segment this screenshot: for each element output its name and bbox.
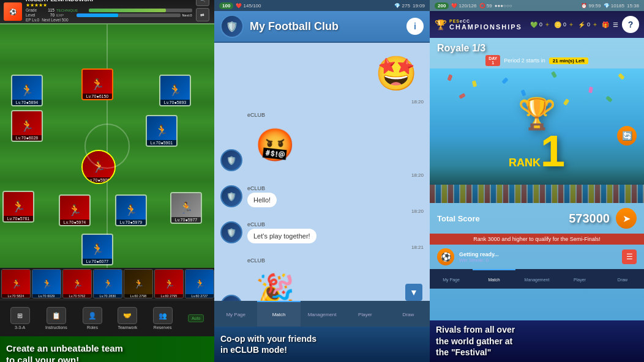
reserves-icon: 👥 xyxy=(153,307,173,324)
bench-player-5[interactable]: 🏃 Lv.60 2798 xyxy=(124,269,153,298)
resource-2-value: 0 xyxy=(563,21,566,28)
player-card-3[interactable]: 🏃 Lv.70●5893 xyxy=(159,75,191,106)
score-arrow-button[interactable]: ➤ xyxy=(616,208,637,229)
tab-match[interactable]: Match xyxy=(257,301,300,327)
field-player-10[interactable]: 🏃 Lv.70●5977 xyxy=(170,192,202,224)
royale-header: Royale 1/3 DAY 1 Period 2 starts in 21 m… xyxy=(430,38,644,68)
champ-status-left: 200 ❤️ 120/126 ⭕ 59 ●●●○○○ xyxy=(435,2,512,9)
player-card-11[interactable]: 🏃 Lv.70●6077 xyxy=(81,234,113,265)
player-card-10[interactable]: 🏃 Lv.70●5977 xyxy=(170,192,202,224)
add-resource-1[interactable]: ＋ xyxy=(544,20,550,29)
teamwork-button[interactable]: 🤝 Teamwork xyxy=(118,307,137,330)
panel-football-club: ⚽ ROBERT LEWANDOWSKI ★★★★★ Grade 115 TEC… xyxy=(0,0,214,362)
player-card-5[interactable]: 🏃 Lv.70●5901 xyxy=(146,115,178,147)
swap-button[interactable]: ⇄ xyxy=(196,8,209,21)
bench-player-6[interactable]: 🏃 Lv.60 2795 xyxy=(154,269,184,298)
bench-player-2[interactable]: 🏃 Lv.70 6029 xyxy=(32,269,61,298)
champ-ep: ⭕ 59 xyxy=(479,3,492,9)
player-card-1[interactable]: 🏃 Lv.70●5894 xyxy=(11,75,43,106)
roles-label: Roles xyxy=(87,325,98,330)
qualify-text: Rank 3000 and higher to qualify for the … xyxy=(473,236,601,242)
champ-status-bar: 200 ❤️ 120/126 ⭕ 59 ●●●○○○ ⏰ 99:59 💎 101… xyxy=(430,0,644,11)
field-player-7[interactable]: 🏃 Lv.70●5761 xyxy=(2,191,34,223)
royale-title: Royale 1/3 xyxy=(437,43,485,54)
field-player-4[interactable]: 🏃 Lv.70●6028 xyxy=(11,110,43,142)
champ-tab-match[interactable]: Match xyxy=(473,269,515,289)
grade-value: 115 xyxy=(45,8,54,12)
player-level-6: Lv.70●5906 xyxy=(83,177,114,183)
player-card-7[interactable]: 🏃 Lv.70●5761 xyxy=(2,191,34,223)
field-player-3[interactable]: 🏃 Lv.70●5893 xyxy=(159,75,191,106)
tab-my-page[interactable]: My Page xyxy=(214,301,257,327)
add-resource-2[interactable]: ＋ xyxy=(568,20,574,29)
champ-info-button[interactable]: ? xyxy=(622,16,639,33)
bench-player-3[interactable]: 🏃 Lv.70 5762 xyxy=(62,269,92,298)
bench-players: 🏃 Lv.70 5824 🏃 Lv.70 6029 🏃 Lv.70 5762 🏃… xyxy=(0,268,214,300)
auto-button[interactable]: Auto xyxy=(188,314,204,322)
msg-time-1: 18:20 xyxy=(411,99,424,105)
champ-tab-draw[interactable]: Draw xyxy=(601,269,644,289)
field-player-11[interactable]: 🏃 Lv.70●6077 xyxy=(81,234,113,265)
champ-tab-management[interactable]: Management xyxy=(515,269,558,289)
chat-message-1: 🤩 18:20 xyxy=(220,49,424,105)
instructions-button[interactable]: 📋 Instructions xyxy=(45,307,67,330)
teamwork-label: Teamwork xyxy=(118,325,137,330)
scan-button[interactable]: 🔍 xyxy=(196,0,209,6)
getting-ready-close[interactable]: ☰ xyxy=(622,249,637,264)
player-card-6[interactable]: 🏃 Lv.70●5906 xyxy=(81,150,116,184)
chat-bottom-tabs: My Page Match Management Player Draw xyxy=(214,301,430,327)
score-value: 573000 xyxy=(569,212,610,226)
player-card-9[interactable]: 🏃 Lv.70●5979 xyxy=(115,194,147,226)
exp-label: EXP xyxy=(56,13,75,17)
roles-button[interactable]: 👤 Roles xyxy=(83,307,102,330)
technique-bar xyxy=(89,9,192,12)
player-card-8[interactable]: 🏃 Lv.70●5974 xyxy=(59,194,91,226)
formation-button[interactable]: ⊞ 3-3-A xyxy=(10,307,30,330)
field-player-5[interactable]: 🏃 Lv.70●5901 xyxy=(146,115,178,147)
stadium-audience xyxy=(430,166,644,203)
tab-management[interactable]: Management xyxy=(301,301,343,327)
day-badge: DAY 1 xyxy=(485,55,500,66)
reserves-button[interactable]: 👥 Reserves xyxy=(153,307,173,330)
rank1-display: 🏆 RANK 1 xyxy=(509,98,565,173)
info-button[interactable]: i xyxy=(406,18,424,35)
score-section: Total Score 573000 ➤ xyxy=(430,203,644,234)
add-resource-3[interactable]: ＋ xyxy=(592,20,598,29)
chat-title: My Football Club xyxy=(250,20,400,33)
champ-resource-1: 💚 0 ＋ xyxy=(530,20,550,29)
caption1-text: Create an unbeatable teamto call your ow… xyxy=(6,342,123,363)
champ-circles: ●●●○○○ xyxy=(495,3,512,9)
champ-tab-player[interactable]: Player xyxy=(558,269,601,289)
field-player-9[interactable]: 🏃 Lv.70●5979 xyxy=(115,194,147,226)
bench-player-1[interactable]: 🏃 Lv.70 5824 xyxy=(1,269,31,298)
bench-player-7[interactable]: 🏃 Lv.60 2727 xyxy=(185,269,214,298)
field-player-2[interactable]: 🏃 Lv.70●6150 xyxy=(81,68,113,100)
msg-row-1: 🤩 xyxy=(369,49,424,98)
confetti-10 xyxy=(605,95,613,102)
resource-health: ❤️ 145/100 xyxy=(236,3,261,9)
panel1-caption: Create an unbeatable teamto call your ow… xyxy=(0,336,214,362)
bench-level-1: Lv.70 5824 xyxy=(2,294,30,298)
field-player-1[interactable]: 🏃 Lv.70●5894 xyxy=(11,75,43,106)
exp-bar xyxy=(77,13,181,17)
brand-name: PESeCC xyxy=(449,19,522,23)
tab-draw[interactable]: Draw xyxy=(387,301,430,327)
qualify-banner: Rank 3000 and higher to qualify for the … xyxy=(430,234,644,245)
bench-player-4[interactable]: 🏃 Lv.70 2830 xyxy=(93,269,122,298)
msg-avatar-4: 🛡️ xyxy=(220,221,242,243)
player-card-4[interactable]: 🏃 Lv.70●6028 xyxy=(11,110,43,142)
player-card-2[interactable]: 🏃 Lv.70●6150 xyxy=(81,68,113,100)
scroll-down-button[interactable]: ▼ xyxy=(405,284,422,301)
confetti-1 xyxy=(447,74,452,81)
audience-strip xyxy=(430,185,644,203)
champ-tab-my-page[interactable]: My Page xyxy=(430,269,473,289)
grade-row: Grade 115 TECHNIQUE xyxy=(26,8,192,12)
status-right: 💎 275 19:09 xyxy=(394,3,425,9)
caption3-text: Rivals from all overthe world gather att… xyxy=(436,324,515,359)
refresh-button[interactable]: 🔄 xyxy=(617,126,637,146)
resource-gems: 💎 275 xyxy=(394,3,410,9)
field-player-8[interactable]: 🏃 Lv.70●5974 xyxy=(59,194,91,226)
field-player-6[interactable]: 🏃 Lv.70●5906 xyxy=(81,150,116,184)
period-label: Period 2 starts in xyxy=(504,57,545,64)
tab-player[interactable]: Player xyxy=(343,301,386,327)
